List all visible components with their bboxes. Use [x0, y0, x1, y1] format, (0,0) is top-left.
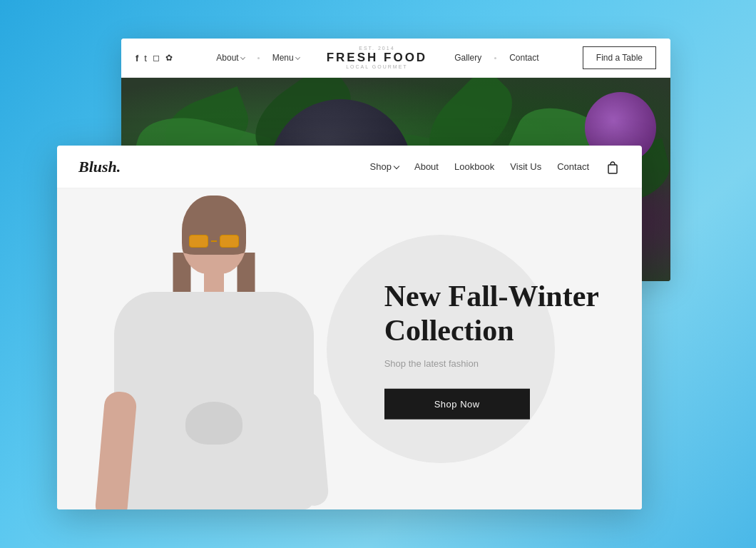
- blush-logo: Blush.: [78, 158, 121, 176]
- glasses-lens-left: [189, 235, 208, 248]
- blush-nav: Shop About Lookbook Visit Us Contact: [121, 159, 620, 175]
- scene: f t ◻ ✿ About Menu EST. 2014 FRESH FOOD: [57, 39, 699, 509]
- shop-now-button[interactable]: Shop Now: [384, 388, 530, 419]
- glasses-bridge: [211, 240, 217, 242]
- fresh-nav-contact[interactable]: Contact: [509, 53, 538, 63]
- chevron-icon: [295, 54, 300, 59]
- shop-chevron-icon: [394, 163, 399, 168]
- fresh-nav-about[interactable]: About: [216, 53, 244, 63]
- fresh-logo-sub: LOCAL GOURMET: [312, 64, 441, 70]
- fresh-logo-name: FRESH FOOD: [312, 51, 441, 65]
- blush-nav-about[interactable]: About: [414, 161, 439, 172]
- cart-icon[interactable]: [605, 159, 620, 175]
- facebook-icon[interactable]: f: [136, 53, 138, 64]
- svg-rect-0: [608, 165, 617, 173]
- blush-hero-content: New Fall-Winter Collection Shop the late…: [384, 279, 599, 420]
- fresh-nav: About Menu EST. 2014 FRESH FOOD LOCAL GO…: [173, 46, 583, 70]
- model-glasses: [189, 235, 239, 250]
- chevron-icon: [240, 54, 245, 59]
- blush-card: Blush. Shop About Lookbook Visit Us Cont…: [57, 146, 642, 509]
- blush-subtext: Shop the latest fashion: [384, 357, 599, 368]
- find-table-button[interactable]: Find a Table: [583, 46, 656, 69]
- blush-nav-lookbook[interactable]: Lookbook: [454, 161, 494, 172]
- model-figure: [100, 196, 328, 509]
- model-arm-left: [94, 390, 138, 509]
- model-outfit-detail: [185, 402, 242, 445]
- model-arm-right: [291, 391, 330, 507]
- blush-hero: New Fall-Winter Collection Shop the late…: [57, 188, 642, 509]
- nav-divider-2: [494, 57, 496, 59]
- model-body: [114, 292, 314, 509]
- blush-nav-visit[interactable]: Visit Us: [510, 161, 541, 172]
- fresh-social-links: f t ◻ ✿: [136, 53, 173, 64]
- blush-nav-contact[interactable]: Contact: [557, 161, 589, 172]
- fresh-nav-menu[interactable]: Menu: [272, 53, 300, 63]
- twitter-icon[interactable]: t: [144, 53, 147, 64]
- fresh-logo: EST. 2014 FRESH FOOD LOCAL GOURMET: [312, 46, 441, 70]
- blush-header: Blush. Shop About Lookbook Visit Us Cont…: [57, 146, 642, 188]
- glasses-lens-right: [220, 235, 239, 248]
- yelp-icon[interactable]: ✿: [165, 53, 173, 63]
- fresh-nav-gallery[interactable]: Gallery: [454, 53, 481, 63]
- instagram-icon[interactable]: ◻: [153, 53, 160, 63]
- blush-nav-shop[interactable]: Shop: [370, 161, 399, 172]
- nav-divider: [257, 57, 260, 59]
- blush-headline: New Fall-Winter Collection: [384, 279, 599, 348]
- fresh-header: f t ◻ ✿ About Menu EST. 2014 FRESH FOOD: [121, 39, 670, 78]
